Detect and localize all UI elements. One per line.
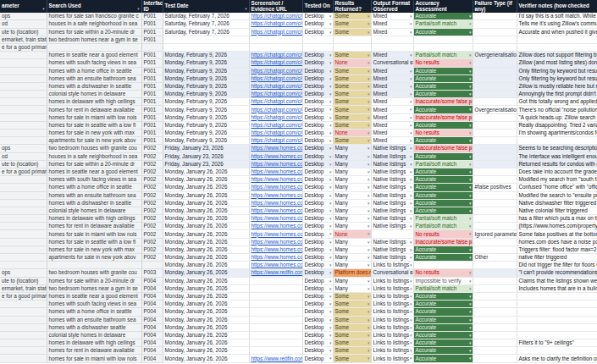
dropdown-arrow-icon[interactable]: ▾ — [410, 339, 412, 346]
dropdown-arrow-icon[interactable]: ▾ — [469, 130, 472, 136]
cell-interface-id[interactable]: P004 — [141, 347, 163, 355]
cell-accuracy-assessment[interactable]: Partial/soft match▾ — [413, 20, 473, 28]
cell-search-used[interactable]: colonial style homes in delaware — [47, 331, 141, 339]
cell-test-date[interactable]: Monday, January 26, 2026 — [163, 347, 249, 355]
cell-verifier-notes[interactable] — [517, 347, 597, 355]
evidence-link[interactable]: https://www.homes.com — [252, 176, 303, 182]
cell-verifier-notes[interactable]: There's no official "noise pollution" fi… — [517, 106, 597, 113]
cell-interface-id[interactable]: P001 — [141, 20, 163, 28]
cell-interface-id[interactable]: P002 — [141, 207, 163, 214]
cell-accuracy-assessment[interactable]: Accurate▾ — [413, 67, 473, 74]
cell-output-format[interactable]: Native listings▾ — [371, 215, 413, 223]
cell-evidence-url[interactable]: https://chatgpt.com/c/6S — [249, 74, 302, 82]
dropdown-arrow-icon[interactable]: ▾ — [368, 239, 370, 245]
dropdown-arrow-icon[interactable]: ▾ — [368, 293, 370, 300]
cell-results-returned[interactable]: Some▾ — [333, 316, 371, 323]
dropdown-arrow-icon[interactable]: ▾ — [329, 301, 332, 307]
cell-parameter[interactable] — [0, 331, 47, 339]
dropdown-arrow-icon[interactable]: ▾ — [410, 308, 412, 315]
cell-tested-on[interactable] — [302, 36, 333, 43]
cell-output-format[interactable]: Native listings▾ — [371, 199, 413, 207]
cell-output-format[interactable]: Native listings▾ — [371, 184, 413, 191]
dropdown-arrow-icon[interactable]: ▾ — [410, 176, 412, 183]
cell-verifier-notes[interactable]: "I can't provide recommendations based — [517, 269, 597, 277]
dropdown-arrow-icon[interactable]: ▾ — [469, 91, 472, 97]
evidence-link[interactable]: https://www.homes.com — [252, 184, 303, 190]
cell-test-date[interactable]: Monday, January 26, 2026 — [163, 292, 249, 300]
cell-parameter[interactable] — [0, 91, 47, 98]
dropdown-arrow-icon[interactable]: ▾ — [368, 29, 370, 36]
cell-test-date[interactable]: Saturday, February 7, 2026 — [163, 28, 249, 36]
cell-tested-on[interactable]: Desktop▾ — [302, 238, 333, 245]
cell-search-used[interactable]: homes with a dishwasher seattle — [47, 323, 141, 331]
cell-parameter[interactable] — [0, 323, 47, 331]
dropdown-arrow-icon[interactable]: ▾ — [368, 83, 370, 90]
cell-failure-type[interactable] — [473, 355, 517, 362]
cell-tested-on[interactable]: Desktop▾ — [302, 28, 333, 36]
cell-parameter[interactable] — [0, 316, 47, 323]
cell-search-used[interactable]: homes for sale within a 20-minute dr — [47, 28, 141, 36]
dropdown-arrow-icon[interactable]: ▾ — [329, 83, 332, 90]
cell-interface-id[interactable]: P002 — [141, 245, 163, 253]
cell-output-format[interactable]: Mixed▾ — [371, 113, 413, 121]
cell-output-format[interactable]: Native listings▾ — [371, 168, 413, 175]
dropdown-arrow-icon[interactable]: ▾ — [410, 285, 412, 292]
cell-failure-type[interactable] — [473, 207, 517, 214]
cell-results-returned[interactable]: Some▾ — [333, 67, 371, 74]
cell-interface-id[interactable]: P004 — [141, 277, 163, 284]
cell-evidence-url[interactable] — [249, 301, 302, 308]
cell-verifier-notes[interactable]: homes.com does have a noise pollution — [517, 238, 597, 245]
dropdown-arrow-icon[interactable]: ▾ — [469, 98, 472, 105]
dropdown-arrow-icon[interactable]: ▾ — [469, 83, 472, 90]
cell-accuracy-assessment[interactable]: Inaccurate/some false p▾ — [413, 98, 473, 106]
cell-output-format[interactable]: Native listings▾ — [371, 238, 413, 245]
cell-interface-id[interactable]: P001 — [141, 137, 163, 145]
dropdown-arrow-icon[interactable]: ▾ — [469, 137, 472, 144]
evidence-link[interactable]: https://chatgpt.com/c/6S — [252, 13, 303, 19]
cell-test-date[interactable]: Monday, January 26, 2026 — [163, 339, 249, 347]
dropdown-arrow-icon[interactable]: ▾ — [368, 176, 370, 183]
cell-parameter[interactable]: ops — [0, 269, 47, 277]
dropdown-arrow-icon[interactable]: ▾ — [410, 122, 412, 129]
cell-failure-type[interactable] — [473, 121, 517, 129]
cell-verifier-notes[interactable] — [517, 316, 597, 323]
cell-results-returned[interactable]: Platform does r▾ — [333, 269, 371, 277]
dropdown-arrow-icon[interactable]: ▾ — [469, 230, 472, 237]
dropdown-arrow-icon[interactable]: ▾ — [329, 75, 332, 82]
dropdown-arrow-icon[interactable]: ▾ — [368, 200, 370, 207]
cell-search-used[interactable]: homes with a dishwasher in seattle — [47, 82, 141, 90]
dropdown-arrow-icon[interactable]: ▾ — [329, 278, 332, 284]
cell-output-format[interactable] — [371, 230, 413, 238]
dropdown-arrow-icon[interactable]: ▾ — [410, 301, 412, 307]
cell-search-used[interactable]: homes for sale in miami with low nois — [47, 355, 141, 362]
cell-verifier-notes[interactable]: Really disappointing. Tried 2 variations — [517, 121, 597, 129]
cell-verifier-notes[interactable]: Did not trigger the filter for floors un… — [517, 262, 597, 269]
dropdown-arrow-icon[interactable]: ▾ — [410, 184, 412, 190]
cell-interface-id[interactable]: P004 — [141, 284, 163, 292]
dropdown-arrow-icon[interactable]: ▾ — [368, 130, 370, 136]
cell-evidence-url[interactable]: https://chatgpt.com/c/6S — [249, 13, 302, 20]
cell-search-used[interactable]: homes in delaware with high ceilings — [47, 98, 141, 106]
dropdown-arrow-icon[interactable]: ▾ — [329, 52, 332, 58]
cell-tested-on[interactable]: Desktop▾ — [302, 323, 333, 331]
dropdown-arrow-icon[interactable]: ▾ — [469, 293, 472, 300]
dropdown-arrow-icon[interactable]: ▾ — [469, 207, 472, 214]
cell-failure-type[interactable] — [473, 238, 517, 245]
dropdown-arrow-icon[interactable]: ▾ — [368, 308, 370, 315]
cell-failure-type[interactable] — [473, 91, 517, 98]
col-header-evidence-url[interactable]: Screenshot / Evidence URL — [249, 0, 302, 13]
dropdown-arrow-icon[interactable]: ▾ — [410, 269, 412, 276]
cell-accuracy-assessment[interactable]: Partial/soft match▾ — [413, 284, 473, 292]
cell-accuracy-assessment[interactable]: Accurate▾ — [413, 308, 473, 316]
cell-results-returned[interactable] — [333, 43, 371, 51]
dropdown-arrow-icon[interactable]: ▾ — [410, 317, 412, 323]
cell-tested-on[interactable]: Desktop▾ — [302, 52, 333, 59]
evidence-link[interactable]: https://chatgpt.com/c/6S — [252, 75, 303, 81]
cell-interface-id[interactable]: P001 — [141, 67, 163, 74]
dropdown-arrow-icon[interactable]: ▾ — [329, 223, 332, 229]
cell-interface-id[interactable]: P002 — [141, 238, 163, 245]
cell-results-returned[interactable]: Some▾ — [333, 355, 371, 362]
dropdown-arrow-icon[interactable]: ▾ — [329, 285, 332, 292]
cell-parameter[interactable]: ermarket, train station) — [0, 284, 47, 292]
dropdown-arrow-icon[interactable]: ▾ — [329, 137, 332, 144]
